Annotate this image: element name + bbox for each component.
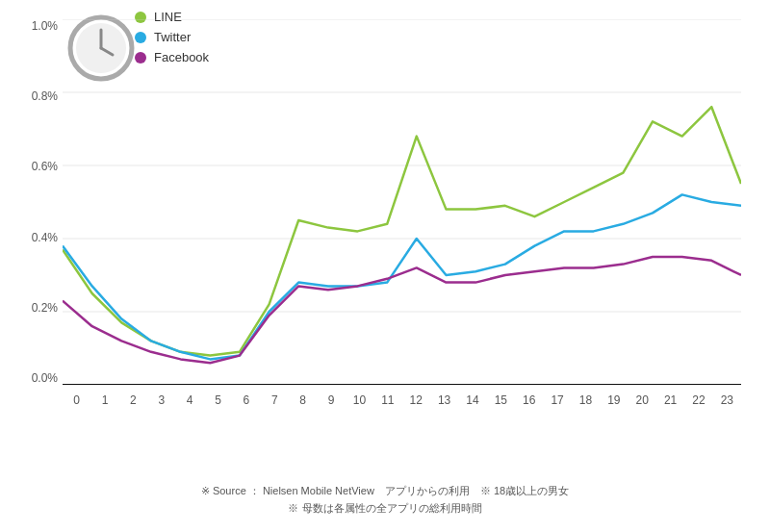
x-label-18: 18 xyxy=(572,393,600,407)
source-line1: ※ Source ： Nielsen Mobile NetView アプリからの… xyxy=(0,482,770,500)
y-label-2: 0.6% xyxy=(10,160,58,173)
x-label-17: 17 xyxy=(543,393,571,407)
chart-area: 1.0% 0.8% 0.6% 0.4% 0.2% 0.0% 0123456789… xyxy=(63,19,741,385)
x-label-10: 10 xyxy=(346,393,373,407)
y-axis: 1.0% 0.8% 0.6% 0.4% 0.2% 0.0% xyxy=(10,19,58,385)
x-label-23: 23 xyxy=(713,393,741,407)
x-label-11: 11 xyxy=(373,393,401,407)
y-label-5: 0.0% xyxy=(10,371,58,385)
x-label-6: 6 xyxy=(232,393,260,407)
x-label-15: 15 xyxy=(487,393,515,407)
line-chart-svg xyxy=(63,19,741,385)
x-label-9: 9 xyxy=(317,393,345,407)
x-label-14: 14 xyxy=(458,393,486,407)
x-label-4: 4 xyxy=(176,393,204,407)
x-label-8: 8 xyxy=(289,393,317,407)
x-axis: 01234567891011121314151617181920212223 xyxy=(63,393,741,407)
y-label-1: 0.8% xyxy=(10,89,58,103)
x-label-3: 3 xyxy=(147,393,175,407)
source-line2: ※ 母数は各属性の全アプリの総利用時間 xyxy=(0,499,770,518)
y-label-0: 1.0% xyxy=(10,19,58,33)
x-label-19: 19 xyxy=(600,393,628,407)
x-label-7: 7 xyxy=(261,393,289,407)
x-label-1: 1 xyxy=(90,393,118,407)
x-label-13: 13 xyxy=(430,393,458,407)
chart-container: LINE Twitter Facebook 1.0% 0.8% 0.6% 0.4… xyxy=(0,0,770,532)
x-label-0: 0 xyxy=(63,393,90,407)
x-label-20: 20 xyxy=(629,393,656,407)
x-label-12: 12 xyxy=(402,393,430,407)
x-label-2: 2 xyxy=(119,393,147,407)
x-label-5: 5 xyxy=(204,393,232,407)
y-label-4: 0.2% xyxy=(10,301,58,315)
x-label-21: 21 xyxy=(656,393,684,407)
y-label-3: 0.4% xyxy=(10,231,58,244)
source-text: ※ Source ： Nielsen Mobile NetView アプリからの… xyxy=(0,482,770,518)
x-label-16: 16 xyxy=(515,393,543,407)
x-label-22: 22 xyxy=(684,393,712,407)
